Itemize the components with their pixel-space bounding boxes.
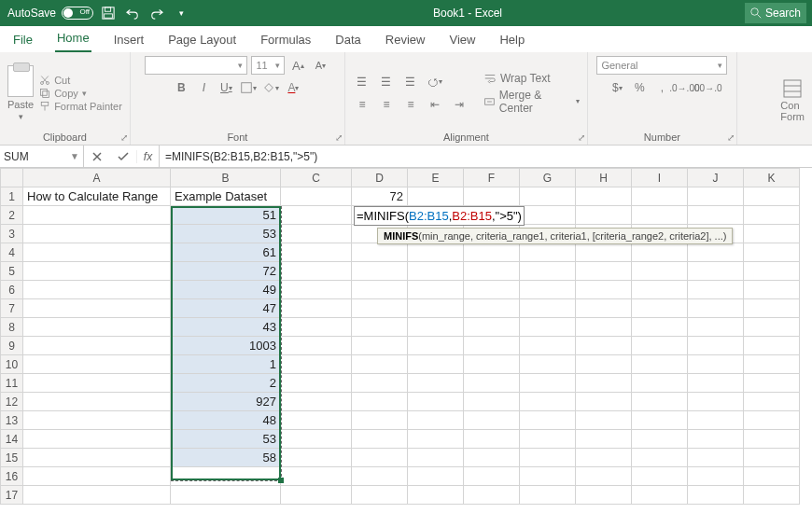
cell-E7[interactable] (408, 299, 464, 318)
cell-H5[interactable] (576, 262, 632, 281)
cell-K14[interactable] (744, 430, 800, 449)
cell-H4[interactable] (576, 243, 632, 262)
cell-H13[interactable] (576, 411, 632, 430)
cell-G16[interactable] (520, 467, 576, 486)
cell-E5[interactable] (408, 262, 464, 281)
align-center-icon[interactable]: ≡ (377, 95, 396, 114)
row-header-12[interactable]: 12 (1, 393, 23, 411)
bold-button[interactable]: B (172, 78, 190, 97)
decrease-indent-icon[interactable]: ⇤ (426, 95, 444, 114)
cell-E4[interactable] (408, 243, 464, 262)
cell-G2[interactable] (520, 206, 576, 225)
cell-F9[interactable] (464, 337, 520, 355)
cell-E9[interactable] (408, 337, 464, 355)
cell-C10[interactable] (281, 355, 352, 374)
cell-I6[interactable] (632, 281, 688, 299)
column-header-E[interactable]: E (408, 169, 464, 187)
cut-button[interactable]: Cut (39, 75, 122, 86)
cell-C2[interactable] (281, 206, 352, 225)
cell-K11[interactable] (744, 374, 800, 393)
cell-A15[interactable] (23, 449, 171, 467)
cell-edit-overlay[interactable]: =MINIFS(B2:B15,B2:B15,">5") (354, 206, 525, 226)
cell-F13[interactable] (464, 411, 520, 430)
cell-C7[interactable] (281, 299, 352, 318)
font-family-dropdown[interactable]: ▾ (145, 56, 247, 75)
cell-D16[interactable] (352, 467, 408, 486)
cell-I14[interactable] (632, 430, 688, 449)
decrease-font-icon[interactable]: A▾ (311, 56, 329, 75)
cell-D1[interactable]: 72 (352, 187, 408, 206)
cell-A16[interactable] (23, 467, 171, 486)
italic-button[interactable]: I (194, 78, 213, 97)
cell-J8[interactable] (688, 318, 744, 337)
cell-G6[interactable] (520, 281, 576, 299)
number-launcher-icon[interactable]: ⤢ (727, 132, 735, 143)
select-all-corner[interactable] (1, 169, 23, 187)
cell-I9[interactable] (632, 337, 688, 355)
column-header-G[interactable]: G (520, 169, 576, 187)
font-size-dropdown[interactable]: 11▾ (251, 56, 285, 75)
cell-A8[interactable] (23, 318, 171, 337)
cell-G14[interactable] (520, 430, 576, 449)
save-icon[interactable] (99, 4, 118, 22)
cell-D17[interactable] (352, 486, 408, 505)
cell-C6[interactable] (281, 281, 352, 299)
cell-D9[interactable] (352, 337, 408, 355)
cell-J5[interactable] (688, 262, 744, 281)
cell-D14[interactable] (352, 430, 408, 449)
cell-B16[interactable] (171, 467, 281, 486)
cell-J17[interactable] (688, 486, 744, 505)
qat-dropdown-icon[interactable]: ▾ (172, 4, 190, 22)
cell-E13[interactable] (408, 411, 464, 430)
cell-G1[interactable] (520, 187, 576, 206)
cell-E8[interactable] (408, 318, 464, 337)
cell-C11[interactable] (281, 374, 352, 393)
cell-F16[interactable] (464, 467, 520, 486)
alignment-launcher-icon[interactable]: ⤢ (578, 132, 585, 143)
tab-insert[interactable]: Insert (112, 29, 147, 52)
name-box-dropdown-icon[interactable]: ▼ (70, 151, 79, 161)
cell-I15[interactable] (632, 449, 688, 467)
cell-B14[interactable]: 53 (171, 430, 281, 449)
cell-C17[interactable] (281, 486, 352, 505)
cell-H16[interactable] (576, 467, 632, 486)
row-header-2[interactable]: 2 (1, 206, 23, 225)
cell-J10[interactable] (688, 355, 744, 374)
cell-C4[interactable] (281, 243, 352, 262)
cell-E17[interactable] (408, 486, 464, 505)
row-header-10[interactable]: 10 (1, 355, 23, 374)
cell-I12[interactable] (632, 393, 688, 411)
worksheet-grid[interactable]: ABCDEFGHIJK1How to Calculate RangeExampl… (0, 168, 812, 527)
cell-G7[interactable] (520, 299, 576, 318)
cell-A6[interactable] (23, 281, 171, 299)
currency-button[interactable]: $ ▾ (608, 78, 626, 97)
cell-B2[interactable]: 51 (171, 206, 281, 225)
column-header-I[interactable]: I (632, 169, 688, 187)
cell-B9[interactable]: 1003 (171, 337, 281, 355)
cell-B8[interactable]: 43 (171, 318, 281, 337)
column-header-D[interactable]: D (352, 169, 408, 187)
cell-E1[interactable] (408, 187, 464, 206)
cell-J4[interactable] (688, 243, 744, 262)
cell-B11[interactable]: 2 (171, 374, 281, 393)
cell-K6[interactable] (744, 281, 800, 299)
cell-J11[interactable] (688, 374, 744, 393)
cell-B13[interactable]: 48 (171, 411, 281, 430)
tab-data[interactable]: Data (333, 29, 362, 52)
tab-page-layout[interactable]: Page Layout (166, 29, 238, 52)
cell-F5[interactable] (464, 262, 520, 281)
border-button[interactable]: ▾ (239, 78, 258, 97)
cell-C13[interactable] (281, 411, 352, 430)
cell-H8[interactable] (576, 318, 632, 337)
cell-D11[interactable] (352, 374, 408, 393)
cell-A14[interactable] (23, 430, 171, 449)
cell-D4[interactable] (352, 243, 408, 262)
cell-G13[interactable] (520, 411, 576, 430)
cell-K9[interactable] (744, 337, 800, 355)
format-painter-button[interactable]: Format Painter (39, 101, 122, 112)
cell-K17[interactable] (744, 486, 800, 505)
selection-fill-handle[interactable] (278, 478, 284, 483)
cell-D7[interactable] (352, 299, 408, 318)
align-left-icon[interactable]: ≡ (353, 95, 371, 114)
cell-G12[interactable] (520, 393, 576, 411)
